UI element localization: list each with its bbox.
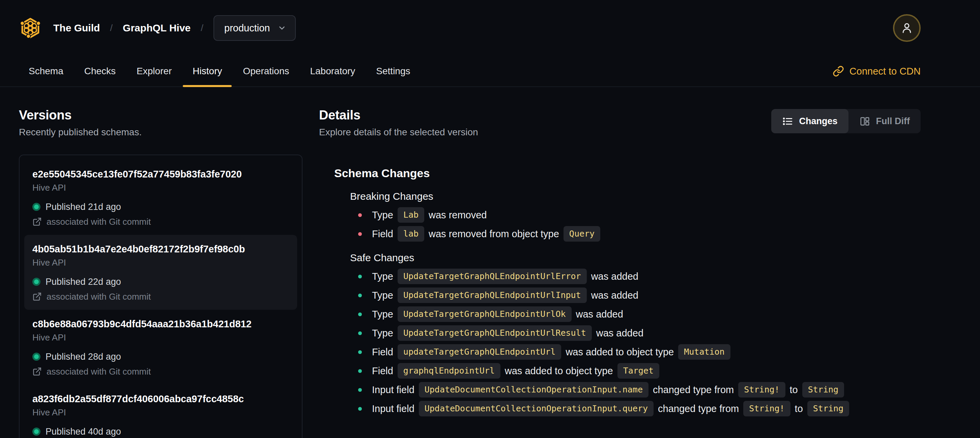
change-text-segment: was removed bbox=[429, 210, 487, 221]
safe-bullet-icon bbox=[358, 312, 362, 316]
version-service: Hive API bbox=[32, 182, 289, 193]
code-chip: UpdateTargetGraphQLEndpointUrlOk bbox=[398, 306, 572, 322]
change-text-segment: Type bbox=[372, 271, 393, 282]
git-commit-link[interactable]: associated with Git commit bbox=[32, 217, 289, 227]
versions-panel: Versions Recently published schemas. e2e… bbox=[19, 108, 302, 438]
published-status-dot-icon bbox=[32, 353, 40, 361]
version-published-status: Published 28d ago bbox=[32, 352, 289, 362]
breadcrumb: The Guild / GraphQL Hive / production bbox=[53, 15, 296, 41]
code-chip: String bbox=[802, 382, 844, 398]
change-text: FieldupdateTargetGraphQLEndpointUrlwas a… bbox=[372, 344, 730, 360]
version-published-status: Published 40d ago bbox=[32, 427, 289, 436]
versions-title: Versions bbox=[19, 108, 302, 123]
change-text-segment: changed type from bbox=[658, 403, 739, 414]
connect-cdn-label: Connect to CDN bbox=[850, 66, 921, 77]
code-chip: UpdateDocumentCollectionOperationInput.n… bbox=[419, 382, 649, 398]
change-text: TypeLabwas removed bbox=[372, 207, 487, 223]
breadcrumb-project[interactable]: GraphQL Hive bbox=[123, 22, 191, 34]
git-commit-label: associated with Git commit bbox=[46, 366, 151, 377]
tab-history[interactable]: History bbox=[183, 56, 232, 86]
changes-toggle-label: Changes bbox=[799, 116, 837, 127]
change-text: FieldgraphqlEndpointUrlwas added to obje… bbox=[372, 363, 659, 379]
change-text-segment: Type bbox=[372, 210, 393, 221]
change-text-segment: Type bbox=[372, 328, 393, 339]
version-service: Hive API bbox=[32, 257, 289, 268]
tab-explorer[interactable]: Explorer bbox=[127, 56, 181, 86]
user-avatar-button[interactable] bbox=[893, 14, 921, 42]
git-commit-link[interactable]: associated with Git commit bbox=[32, 291, 289, 302]
change-item: TypeUpdateTargetGraphQLEndpointUrlInputw… bbox=[350, 286, 921, 305]
change-text: TypeUpdateTargetGraphQLEndpointUrlResult… bbox=[372, 325, 643, 341]
change-item: Input fieldUpdateDocumentCollectionOpera… bbox=[350, 399, 921, 418]
code-chip: Query bbox=[563, 226, 600, 242]
target-selector[interactable]: production bbox=[213, 15, 296, 41]
change-text-segment: was added to object type bbox=[505, 365, 613, 377]
version-hash: c8b6e88a06793b9c4dfd54aaa21b36a1b421d812 bbox=[32, 318, 289, 330]
tab-operations[interactable]: Operations bbox=[233, 56, 299, 86]
published-status-text: Published 40d ago bbox=[46, 427, 121, 437]
git-commit-label: associated with Git commit bbox=[46, 291, 151, 302]
git-commit-link[interactable]: associated with Git commit bbox=[32, 366, 289, 377]
breaking-bullet-icon bbox=[358, 232, 362, 236]
change-item: TypeUpdateTargetGraphQLEndpointUrlResult… bbox=[350, 323, 921, 342]
version-card[interactable]: 4b05ab51b1b4a7e2e4b0ef82172f2b9f7ef98c0b… bbox=[24, 235, 297, 310]
link-icon bbox=[833, 65, 844, 77]
change-text-segment: Field bbox=[372, 365, 393, 377]
safe-changes-title: Safe Changes bbox=[350, 252, 921, 264]
version-card[interactable]: e2e55045345ce13fe07f52a77459b83fa3fe7020… bbox=[24, 160, 297, 235]
version-card[interactable]: a823f6db2a55df877dcf406006abca97fcc4858c… bbox=[24, 385, 297, 438]
published-status-dot-icon bbox=[32, 278, 40, 286]
code-chip: Lab bbox=[398, 207, 424, 223]
published-status-text: Published 22d ago bbox=[46, 277, 121, 287]
breaking-changes-group: Breaking ChangesTypeLabwas removedFieldl… bbox=[350, 190, 921, 243]
safe-bullet-icon bbox=[358, 407, 362, 411]
code-chip: UpdateTargetGraphQLEndpointUrlResult bbox=[398, 325, 592, 341]
code-chip: String bbox=[807, 401, 849, 416]
tabs-row: SchemaChecksExplorerHistoryOperationsLab… bbox=[0, 56, 980, 87]
hive-logo-icon[interactable] bbox=[19, 16, 42, 40]
schema-changes-title: Schema Changes bbox=[334, 167, 921, 180]
brand-breadcrumb-area: The Guild / GraphQL Hive / production bbox=[19, 15, 296, 41]
breaking-changes-title: Breaking Changes bbox=[350, 190, 921, 202]
change-text-segment: Field bbox=[372, 347, 393, 358]
change-text-segment: to bbox=[795, 403, 803, 414]
change-item: TypeUpdateTargetGraphQLEndpointUrlOkwas … bbox=[350, 305, 921, 323]
change-text-segment: was removed from object type bbox=[429, 228, 559, 240]
changes-toggle-button[interactable]: Changes bbox=[771, 109, 848, 133]
tab-checks[interactable]: Checks bbox=[75, 56, 126, 86]
breaking-bullet-icon bbox=[358, 213, 362, 217]
version-hash: a823f6db2a55df877dcf406006abca97fcc4858c bbox=[32, 393, 289, 405]
change-text-segment: was added to object type bbox=[566, 347, 674, 358]
change-item: Fieldlabwas removed from object typeQuer… bbox=[350, 225, 921, 243]
change-text-segment: to bbox=[790, 384, 798, 395]
code-chip: lab bbox=[398, 226, 424, 242]
code-chip: graphqlEndpointUrl bbox=[398, 363, 500, 379]
change-text-segment: Field bbox=[372, 228, 393, 240]
change-text-segment: Type bbox=[372, 290, 393, 301]
external-link-icon bbox=[32, 217, 42, 226]
page: The Guild / GraphQL Hive / production bbox=[0, 0, 980, 438]
change-text-segment: was added bbox=[591, 271, 638, 282]
change-text-segment: changed type from bbox=[653, 384, 734, 395]
details-panel: Details Explore details of the selected … bbox=[319, 108, 921, 418]
version-card[interactable]: c8b6e88a06793b9c4dfd54aaa21b36a1b421d812… bbox=[24, 310, 297, 385]
main-tabs: SchemaChecksExplorerHistoryOperationsLab… bbox=[19, 56, 420, 86]
change-item: TypeLabwas removed bbox=[350, 205, 921, 225]
details-title: Details bbox=[319, 108, 478, 123]
main-content: Versions Recently published schemas. e2e… bbox=[0, 87, 980, 438]
connect-cdn-link[interactable]: Connect to CDN bbox=[833, 56, 921, 86]
code-chip: UpdateTargetGraphQLEndpointUrlError bbox=[398, 269, 587, 284]
safe-bullet-icon bbox=[358, 293, 362, 297]
tab-settings[interactable]: Settings bbox=[366, 56, 420, 86]
change-text: Input fieldUpdateDocumentCollectionOpera… bbox=[372, 382, 844, 398]
change-text-segment: Type bbox=[372, 309, 393, 320]
version-published-status: Published 22d ago bbox=[32, 277, 289, 287]
change-text: TypeUpdateTargetGraphQLEndpointUrlInputw… bbox=[372, 288, 638, 303]
tab-schema[interactable]: Schema bbox=[19, 56, 73, 86]
change-item: TypeUpdateTargetGraphQLEndpointUrlErrorw… bbox=[350, 267, 921, 286]
full-diff-toggle-button[interactable]: Full Diff bbox=[848, 109, 921, 133]
change-text-segment: was added bbox=[596, 328, 643, 339]
details-subtitle: Explore details of the selected version bbox=[319, 127, 478, 138]
tab-laboratory[interactable]: Laboratory bbox=[300, 56, 365, 86]
breadcrumb-org[interactable]: The Guild bbox=[53, 22, 100, 34]
